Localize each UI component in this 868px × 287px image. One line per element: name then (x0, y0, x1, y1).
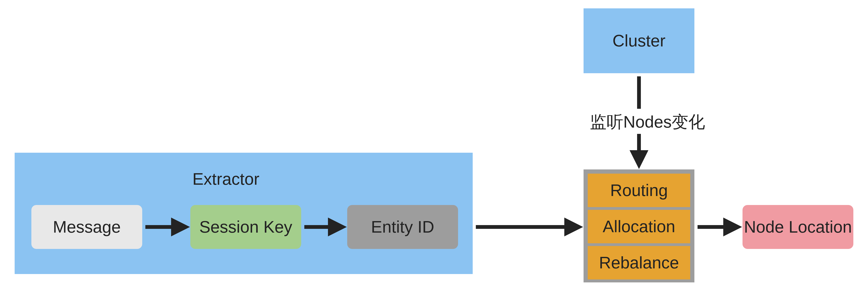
session-key-label: Session Key (199, 217, 292, 236)
cluster-label: Cluster (612, 31, 665, 51)
message-label: Message (53, 217, 121, 236)
cluster-box: Cluster (584, 8, 694, 73)
allocation-label: Allocation (603, 217, 675, 236)
cluster-to-stack-label: 监听Nodes变化 (588, 111, 707, 133)
entity-id-box: Entity ID (347, 205, 458, 249)
entity-id-label: Entity ID (371, 217, 434, 236)
node-location-box: Node Location (743, 205, 854, 249)
message-box: Message (31, 205, 142, 249)
node-location-label: Node Location (744, 217, 852, 236)
rebalance-label: Rebalance (599, 253, 679, 273)
extractor-title: Extractor (192, 169, 259, 189)
routing-box: Routing (588, 173, 690, 207)
session-key-box: Session Key (190, 205, 301, 249)
routing-label: Routing (610, 181, 668, 200)
rebalance-box: Rebalance (588, 246, 690, 280)
allocation-box: Allocation (588, 210, 690, 243)
